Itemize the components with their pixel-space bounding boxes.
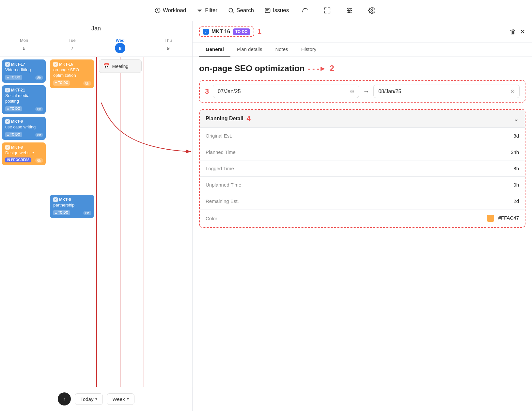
date-range-arrow: → [363,88,369,95]
calendar-month: Jan [0,25,192,32]
today-dropdown-arrow: ▾ [95,397,97,401]
issues-button[interactable]: Issues [264,7,289,14]
step2-label: 2 [330,63,334,74]
tab-notes[interactable]: Notes [269,42,294,57]
task-id: MKT-16 [59,62,73,67]
issues-icon [264,7,271,14]
search-icon [228,7,234,14]
tab-general[interactable]: General [199,42,230,57]
settings-filter-button[interactable] [344,5,355,16]
detail-panel: ✓ MKT-16 TO DO 1 🗑 ✕ General Plan detail… [193,21,532,411]
planned-time-value: 24h [511,149,519,155]
start-date-input[interactable]: 07/Jan/25 ⊗ [213,85,359,98]
task-card-mkt6[interactable]: MKT-6 partnership ≡ TO DO 8h [50,195,94,218]
svg-point-4 [229,8,233,12]
detail-header-actions: 🗑 ✕ [509,28,525,36]
cal-day-wed: Wed 8 [96,35,144,57]
workload-button[interactable]: Workload [154,7,186,14]
task-status-badge: TO DO [233,28,250,35]
meeting-card[interactable]: 📅 Meeting [99,59,142,73]
task-id: MKT-17 [11,62,25,67]
task-id: MKT-6 [59,197,71,202]
task-card-mkt21[interactable]: MKT-21 Social media posting ≡ TO DO 8h [2,85,46,114]
today-dropdown[interactable]: Today ▾ [75,393,103,405]
today-label: Today [80,396,93,402]
svg-point-12 [350,10,352,11]
search-label: Search [236,7,254,14]
task-name: on-page SEO optimization [53,67,90,78]
start-date-value: 07/Jan/25 [218,89,241,94]
planning-row-color: Color #FFAC47 [200,209,525,227]
end-date-value: 08/Jan/25 [378,89,401,94]
planning-collapse-icon[interactable]: ⌄ [513,115,519,123]
planning-row-original-est: Original Est. 3d [200,127,525,144]
gear-button[interactable] [366,5,378,16]
today-line [120,57,120,387]
week-dropdown[interactable]: Week ▾ [107,393,134,405]
status-badge: ≡ TO DO [53,80,70,86]
tab-history[interactable]: History [295,42,323,57]
time-badge: 8h [35,133,43,137]
task-check-icon [5,119,10,124]
task-card-mkt16[interactable]: MKT-16 on-page SEO optimization ≡ TO DO … [50,59,94,88]
task-card-mkt8[interactable]: MKT-8 Design website IN PROGRESS 6h [2,142,46,165]
end-date-clear-icon[interactable]: ⊗ [510,88,515,94]
unplanned-time-label: Unplanned Time [206,182,513,188]
start-date-clear-icon[interactable]: ⊗ [350,88,354,94]
expand-button[interactable] [321,5,333,16]
refresh-button[interactable] [299,5,311,16]
task-check-icon [53,197,58,202]
cal-day-tue: Tue 7 [48,35,96,57]
task-check-icon [5,145,10,150]
end-date-input[interactable]: 08/Jan/25 ⊗ [373,85,520,98]
cal-col-mon: MKT-17 Video editting ≡ TO DO 8h MKT-21 [0,57,48,387]
planning-title: Planning Detail 4 [206,114,251,123]
filter-button[interactable]: Filter [196,7,217,14]
planning-title-text: Planning Detail [206,116,243,122]
week-dropdown-arrow: ▾ [127,397,129,401]
svg-point-10 [348,8,349,9]
status-badge: IN PROGRESS [5,157,31,162]
task-check-icon [5,62,10,67]
original-est-label: Original Est. [206,133,513,139]
remaining-est-value: 2d [513,198,519,204]
task-id-badge: ✓ MKT-16 TO DO [199,26,254,37]
logged-time-value: 8h [513,166,519,171]
calendar-bottom-nav: › Today ▾ Week ▾ [0,387,192,411]
task-title-text: on-page SEO optimization [199,63,305,74]
calendar-day-headers: Mon 6 Tue 7 Wed 8 Thu 9 [0,35,192,57]
task-card-mkt17[interactable]: MKT-17 Video editting ≡ TO DO 8h [2,59,46,83]
planning-header: Planning Detail 4 ⌄ [200,110,525,127]
detail-tabs: General Plan details Notes History [193,42,532,57]
expand-icon [324,7,331,14]
tab-plan-details[interactable]: Plan details [230,42,269,57]
calendar-grid: MKT-17 Video editting ≡ TO DO 8h MKT-21 [0,57,192,387]
svg-line-5 [232,12,234,13]
task-check-icon [5,88,10,92]
task-name: Design website [5,150,42,156]
step4-label: 4 [247,114,251,123]
cal-day-mon: Mon 6 [0,35,48,57]
planning-detail-box: Planning Detail 4 ⌄ Original Est. 3d Pla… [199,109,525,228]
filter-icon [196,7,203,14]
task-name: partnership [53,203,90,208]
week-label: Week [112,396,125,402]
search-button[interactable]: Search [228,7,254,14]
status-badge: ≡ TO DO [5,106,22,111]
remaining-est-label: Remaining Est. [206,198,513,204]
cal-col-tue: MKT-16 on-page SEO optimization ≡ TO DO … [48,57,96,387]
task-card-mkt9[interactable]: MKT-9 use case writing ≡ TO DO 8h [2,117,46,140]
detail-content: on-page SEO optimization - - -► 2 3 07/J… [193,57,532,411]
task-id-check-icon: ✓ [203,29,209,35]
task-id: MKT-21 [11,88,25,92]
planning-row-unplanned-time: Unplanned Time 0h [200,176,525,193]
delete-button[interactable]: 🗑 [509,28,516,36]
color-swatch-container: #FFAC47 [487,215,519,222]
detail-header-left: ✓ MKT-16 TO DO 1 [199,26,261,37]
task-id: MKT-8 [11,145,23,150]
svg-rect-6 [265,8,270,12]
nav-next-button[interactable]: › [58,392,71,405]
time-badge: 8h [83,81,91,86]
color-swatch [487,215,494,222]
close-button[interactable]: ✕ [520,28,525,36]
